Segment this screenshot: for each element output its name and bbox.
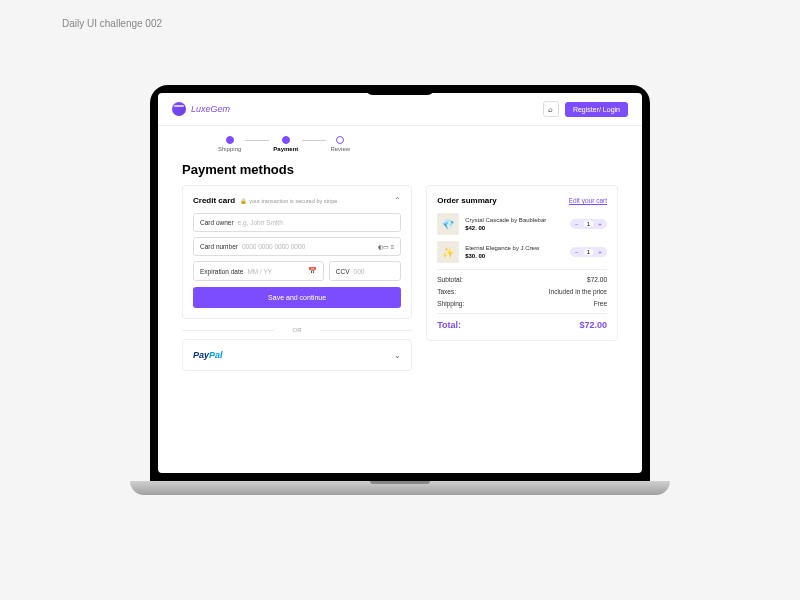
item-image: ✨	[437, 241, 459, 263]
card-owner-field[interactable]: Card owner e.g, John Smith	[193, 213, 401, 232]
order-summary-panel: Order summary Edit your cart 💎 Crystal C…	[426, 185, 618, 341]
app-header: LuxeGem ⌕ Register/ Login	[158, 93, 642, 126]
total-row: Total:$72.00	[437, 320, 607, 330]
ccv-field[interactable]: CCV 000	[329, 261, 401, 281]
chevron-down-icon: ⌄	[394, 351, 401, 360]
laptop-base	[130, 481, 670, 495]
step-review[interactable]: Review	[330, 136, 350, 152]
step-circle-icon	[226, 136, 234, 144]
edit-cart-link[interactable]: Edit your cart	[569, 197, 607, 204]
login-button[interactable]: Register/ Login	[565, 102, 628, 117]
quantity-stepper: − 1 +	[570, 219, 607, 229]
search-icon: ⌕	[548, 105, 553, 114]
lock-icon: 🔒	[240, 198, 247, 204]
step-payment[interactable]: Payment	[273, 136, 298, 152]
paypal-panel[interactable]: PayPal ⌄	[182, 339, 412, 371]
item-image: 💎	[437, 213, 459, 235]
or-divider: OR	[182, 327, 412, 333]
step-circle-icon	[336, 136, 344, 144]
calendar-icon: 📅	[308, 267, 317, 275]
credit-card-panel: Credit card 🔒 your transaction is secure…	[182, 185, 412, 319]
cc-secure-note: 🔒 your transaction is secured by stripe	[240, 198, 337, 204]
brand[interactable]: LuxeGem	[172, 102, 230, 116]
taxes-row: Taxes:Included in the price	[437, 288, 607, 295]
save-continue-button[interactable]: Save and continue	[193, 287, 401, 308]
search-button[interactable]: ⌕	[543, 101, 559, 117]
expiration-field[interactable]: Expiration date MM / YY 📅	[193, 261, 324, 281]
step-shipping[interactable]: Shipping	[218, 136, 241, 152]
quantity-stepper: − 1 +	[570, 247, 607, 257]
logo-icon	[172, 102, 186, 116]
qty-minus-button[interactable]: −	[573, 248, 581, 256]
step-connector	[245, 140, 269, 141]
page-title: Payment methods	[158, 158, 642, 185]
cart-item: 💎 Crystal Cascade by Baublebar $42. 00 −…	[437, 213, 607, 235]
chevron-up-icon[interactable]: ⌃	[394, 196, 401, 205]
paypal-logo: PayPal	[193, 350, 223, 360]
card-brand-icons: ◐▭ ≡	[378, 243, 394, 250]
brand-name: LuxeGem	[191, 104, 230, 114]
page-label: Daily UI challenge 002	[62, 18, 162, 29]
step-connector	[302, 140, 326, 141]
qty-plus-button[interactable]: +	[596, 248, 604, 256]
qty-plus-button[interactable]: +	[596, 220, 604, 228]
checkout-steps: Shipping Payment Review	[158, 126, 642, 158]
laptop-frame: LuxeGem ⌕ Register/ Login Shipping P	[150, 85, 650, 495]
cart-item: ✨ Eternal Elegance by J.Crew $30. 00 − 1…	[437, 241, 607, 263]
qty-minus-button[interactable]: −	[573, 220, 581, 228]
subtotal-row: Subtotal:$72.00	[437, 276, 607, 283]
summary-title: Order summary	[437, 196, 497, 205]
cc-title: Credit card	[193, 196, 235, 205]
shipping-row: Shipping:Free	[437, 300, 607, 307]
step-circle-icon	[282, 136, 290, 144]
card-number-field[interactable]: Card number 0000 0000 0000 0000 ◐▭ ≡	[193, 237, 401, 256]
laptop-notch	[365, 85, 435, 95]
